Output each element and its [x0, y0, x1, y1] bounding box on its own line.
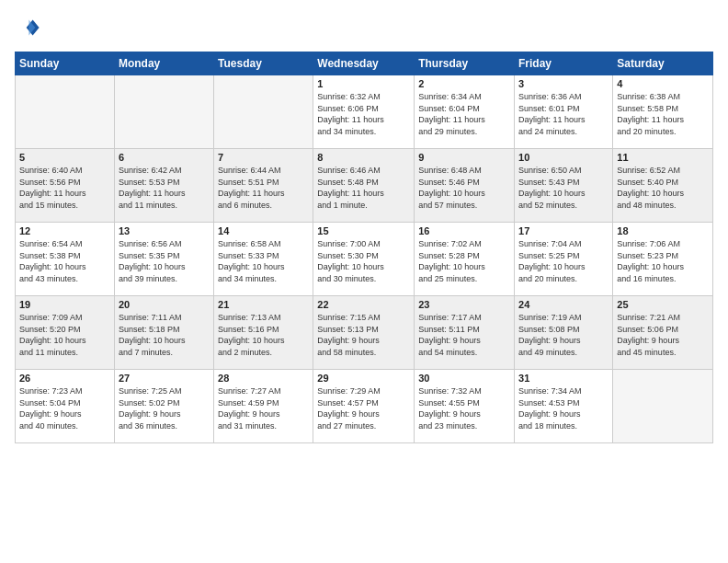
page-container: SundayMondayTuesdayWednesdayThursdayFrid… — [0, 0, 728, 451]
day-number: 22 — [317, 299, 410, 310]
day-number: 24 — [518, 299, 609, 310]
logo — [15, 15, 44, 40]
calendar-cell — [114, 75, 213, 149]
day-number: 1 — [317, 78, 410, 89]
day-info: Sunrise: 7:15 AM Sunset: 5:13 PM Dayligh… — [317, 312, 410, 358]
day-number: 30 — [418, 373, 510, 384]
day-info: Sunrise: 7:32 AM Sunset: 4:55 PM Dayligh… — [418, 385, 510, 431]
day-number: 7 — [218, 152, 309, 163]
day-info: Sunrise: 6:50 AM Sunset: 5:43 PM Dayligh… — [518, 165, 609, 211]
day-info: Sunrise: 6:52 AM Sunset: 5:40 PM Dayligh… — [617, 165, 709, 211]
calendar-cell: 3Sunrise: 6:36 AM Sunset: 6:01 PM Daylig… — [515, 75, 613, 149]
day-number: 11 — [617, 152, 709, 163]
day-number: 27 — [119, 373, 210, 384]
calendar-cell: 1Sunrise: 6:32 AM Sunset: 6:06 PM Daylig… — [313, 75, 415, 149]
day-info: Sunrise: 7:06 AM Sunset: 5:23 PM Dayligh… — [617, 238, 709, 284]
day-info: Sunrise: 6:38 AM Sunset: 5:58 PM Dayligh… — [617, 91, 709, 137]
calendar-cell: 31Sunrise: 7:34 AM Sunset: 4:53 PM Dayli… — [515, 370, 613, 443]
day-info: Sunrise: 6:46 AM Sunset: 5:48 PM Dayligh… — [317, 165, 410, 211]
day-info: Sunrise: 6:54 AM Sunset: 5:38 PM Dayligh… — [19, 238, 110, 284]
calendar-cell: 14Sunrise: 6:58 AM Sunset: 5:33 PM Dayli… — [214, 223, 313, 296]
day-info: Sunrise: 7:02 AM Sunset: 5:28 PM Dayligh… — [418, 238, 510, 284]
day-info: Sunrise: 6:44 AM Sunset: 5:51 PM Dayligh… — [218, 165, 309, 211]
day-number: 28 — [218, 373, 309, 384]
day-number: 29 — [317, 373, 410, 384]
weekday-header-row: SundayMondayTuesdayWednesdayThursdayFrid… — [16, 52, 713, 75]
day-info: Sunrise: 7:04 AM Sunset: 5:25 PM Dayligh… — [518, 238, 609, 284]
calendar-cell: 7Sunrise: 6:44 AM Sunset: 5:51 PM Daylig… — [214, 149, 313, 223]
page-header — [15, 15, 713, 40]
weekday-header: Thursday — [415, 52, 515, 75]
day-number: 16 — [418, 225, 510, 236]
calendar-cell — [16, 75, 115, 149]
calendar-cell: 5Sunrise: 6:40 AM Sunset: 5:56 PM Daylig… — [16, 149, 115, 223]
calendar-cell: 6Sunrise: 6:42 AM Sunset: 5:53 PM Daylig… — [114, 149, 213, 223]
day-info: Sunrise: 7:21 AM Sunset: 5:06 PM Dayligh… — [617, 312, 709, 358]
day-number: 20 — [119, 299, 210, 310]
day-info: Sunrise: 7:34 AM Sunset: 4:53 PM Dayligh… — [518, 385, 609, 431]
calendar-cell: 28Sunrise: 7:27 AM Sunset: 4:59 PM Dayli… — [214, 370, 313, 443]
calendar-table: SundayMondayTuesdayWednesdayThursdayFrid… — [15, 52, 713, 443]
calendar-cell: 29Sunrise: 7:29 AM Sunset: 4:57 PM Dayli… — [313, 370, 415, 443]
weekday-header: Monday — [114, 52, 213, 75]
calendar-cell: 16Sunrise: 7:02 AM Sunset: 5:28 PM Dayli… — [415, 223, 515, 296]
day-number: 3 — [518, 78, 609, 89]
day-info: Sunrise: 6:58 AM Sunset: 5:33 PM Dayligh… — [218, 238, 309, 284]
day-info: Sunrise: 6:32 AM Sunset: 6:06 PM Dayligh… — [317, 91, 410, 137]
calendar-cell: 24Sunrise: 7:19 AM Sunset: 5:08 PM Dayli… — [515, 296, 613, 370]
day-info: Sunrise: 7:27 AM Sunset: 4:59 PM Dayligh… — [218, 385, 309, 431]
day-number: 4 — [617, 78, 709, 89]
weekday-header: Saturday — [613, 52, 713, 75]
day-number: 9 — [418, 152, 510, 163]
calendar-cell: 18Sunrise: 7:06 AM Sunset: 5:23 PM Dayli… — [613, 223, 713, 296]
calendar-week-row: 1Sunrise: 6:32 AM Sunset: 6:06 PM Daylig… — [16, 75, 713, 149]
calendar-cell: 21Sunrise: 7:13 AM Sunset: 5:16 PM Dayli… — [214, 296, 313, 370]
calendar-cell: 13Sunrise: 6:56 AM Sunset: 5:35 PM Dayli… — [114, 223, 213, 296]
calendar-week-row: 19Sunrise: 7:09 AM Sunset: 5:20 PM Dayli… — [16, 296, 713, 370]
calendar-cell: 20Sunrise: 7:11 AM Sunset: 5:18 PM Dayli… — [114, 296, 213, 370]
calendar-cell: 22Sunrise: 7:15 AM Sunset: 5:13 PM Dayli… — [313, 296, 415, 370]
weekday-header: Tuesday — [214, 52, 313, 75]
day-info: Sunrise: 7:19 AM Sunset: 5:08 PM Dayligh… — [518, 312, 609, 358]
calendar-cell: 8Sunrise: 6:46 AM Sunset: 5:48 PM Daylig… — [313, 149, 415, 223]
day-info: Sunrise: 7:09 AM Sunset: 5:20 PM Dayligh… — [19, 312, 110, 358]
weekday-header: Friday — [515, 52, 613, 75]
weekday-header: Wednesday — [313, 52, 415, 75]
day-info: Sunrise: 7:25 AM Sunset: 5:02 PM Dayligh… — [119, 385, 210, 431]
calendar-cell: 2Sunrise: 6:34 AM Sunset: 6:04 PM Daylig… — [415, 75, 515, 149]
day-number: 12 — [19, 225, 110, 236]
day-number: 2 — [418, 78, 510, 89]
day-number: 18 — [617, 225, 709, 236]
calendar-cell: 10Sunrise: 6:50 AM Sunset: 5:43 PM Dayli… — [515, 149, 613, 223]
day-number: 25 — [617, 299, 709, 310]
calendar-cell: 25Sunrise: 7:21 AM Sunset: 5:06 PM Dayli… — [613, 296, 713, 370]
calendar-week-row: 26Sunrise: 7:23 AM Sunset: 5:04 PM Dayli… — [16, 370, 713, 443]
calendar-cell: 11Sunrise: 6:52 AM Sunset: 5:40 PM Dayli… — [613, 149, 713, 223]
calendar-cell: 26Sunrise: 7:23 AM Sunset: 5:04 PM Dayli… — [16, 370, 115, 443]
calendar-cell: 27Sunrise: 7:25 AM Sunset: 5:02 PM Dayli… — [114, 370, 213, 443]
day-info: Sunrise: 7:29 AM Sunset: 4:57 PM Dayligh… — [317, 385, 410, 431]
day-number: 19 — [19, 299, 110, 310]
calendar-cell: 17Sunrise: 7:04 AM Sunset: 5:25 PM Dayli… — [515, 223, 613, 296]
calendar-cell: 23Sunrise: 7:17 AM Sunset: 5:11 PM Dayli… — [415, 296, 515, 370]
weekday-header: Sunday — [16, 52, 115, 75]
day-number: 26 — [19, 373, 110, 384]
day-info: Sunrise: 6:56 AM Sunset: 5:35 PM Dayligh… — [119, 238, 210, 284]
calendar-cell: 12Sunrise: 6:54 AM Sunset: 5:38 PM Dayli… — [16, 223, 115, 296]
calendar-cell — [613, 370, 713, 443]
day-number: 6 — [119, 152, 210, 163]
day-info: Sunrise: 6:48 AM Sunset: 5:46 PM Dayligh… — [418, 165, 510, 211]
day-number: 17 — [518, 225, 609, 236]
day-number: 23 — [418, 299, 510, 310]
day-number: 21 — [218, 299, 309, 310]
calendar-cell: 30Sunrise: 7:32 AM Sunset: 4:55 PM Dayli… — [415, 370, 515, 443]
day-info: Sunrise: 7:17 AM Sunset: 5:11 PM Dayligh… — [418, 312, 510, 358]
calendar-week-row: 5Sunrise: 6:40 AM Sunset: 5:56 PM Daylig… — [16, 149, 713, 223]
day-info: Sunrise: 7:00 AM Sunset: 5:30 PM Dayligh… — [317, 238, 410, 284]
calendar-cell: 9Sunrise: 6:48 AM Sunset: 5:46 PM Daylig… — [415, 149, 515, 223]
day-info: Sunrise: 6:42 AM Sunset: 5:53 PM Dayligh… — [119, 165, 210, 211]
day-number: 5 — [19, 152, 110, 163]
calendar-week-row: 12Sunrise: 6:54 AM Sunset: 5:38 PM Dayli… — [16, 223, 713, 296]
calendar-cell — [214, 75, 313, 149]
day-info: Sunrise: 6:40 AM Sunset: 5:56 PM Dayligh… — [19, 165, 110, 211]
